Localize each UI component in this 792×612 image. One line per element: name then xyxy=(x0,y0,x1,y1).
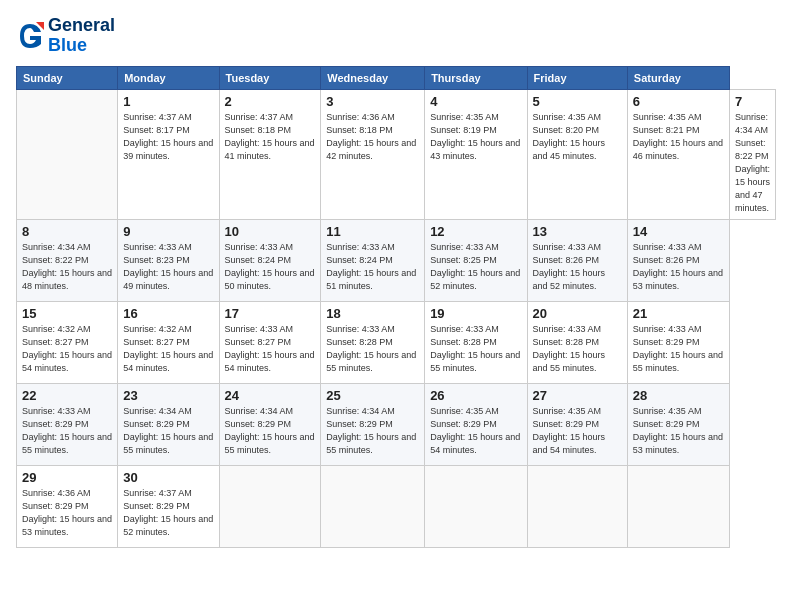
day-number: 20 xyxy=(533,306,622,321)
day-info: Sunrise: 4:33 AM Sunset: 8:23 PM Dayligh… xyxy=(123,241,213,293)
day-cell-20: 20 Sunrise: 4:33 AM Sunset: 8:28 PM Dayl… xyxy=(527,301,627,383)
day-info: Sunrise: 4:34 AM Sunset: 8:29 PM Dayligh… xyxy=(225,405,316,457)
day-number: 10 xyxy=(225,224,316,239)
day-cell-28: 28 Sunrise: 4:35 AM Sunset: 8:29 PM Dayl… xyxy=(627,383,729,465)
day-cell-21: 21 Sunrise: 4:33 AM Sunset: 8:29 PM Dayl… xyxy=(627,301,729,383)
day-info: Sunrise: 4:35 AM Sunset: 8:21 PM Dayligh… xyxy=(633,111,724,163)
day-cell-29: 29 Sunrise: 4:36 AM Sunset: 8:29 PM Dayl… xyxy=(17,465,118,547)
day-number: 7 xyxy=(735,94,770,109)
col-header-sunday: Sunday xyxy=(17,66,118,89)
day-info: Sunrise: 4:35 AM Sunset: 8:20 PM Dayligh… xyxy=(533,111,622,163)
week-row-5: 29 Sunrise: 4:36 AM Sunset: 8:29 PM Dayl… xyxy=(17,465,776,547)
calendar-header-row: SundayMondayTuesdayWednesdayThursdayFrid… xyxy=(17,66,776,89)
empty-cell xyxy=(321,465,425,547)
day-number: 27 xyxy=(533,388,622,403)
day-cell-27: 27 Sunrise: 4:35 AM Sunset: 8:29 PM Dayl… xyxy=(527,383,627,465)
day-info: Sunrise: 4:34 AM Sunset: 8:22 PM Dayligh… xyxy=(22,241,112,293)
day-number: 28 xyxy=(633,388,724,403)
day-cell-12: 12 Sunrise: 4:33 AM Sunset: 8:25 PM Dayl… xyxy=(425,219,527,301)
day-cell-19: 19 Sunrise: 4:33 AM Sunset: 8:28 PM Dayl… xyxy=(425,301,527,383)
day-number: 1 xyxy=(123,94,213,109)
day-info: Sunrise: 4:33 AM Sunset: 8:29 PM Dayligh… xyxy=(633,323,724,375)
day-number: 8 xyxy=(22,224,112,239)
day-cell-14: 14 Sunrise: 4:33 AM Sunset: 8:26 PM Dayl… xyxy=(627,219,729,301)
day-cell-23: 23 Sunrise: 4:34 AM Sunset: 8:29 PM Dayl… xyxy=(118,383,219,465)
day-info: Sunrise: 4:33 AM Sunset: 8:28 PM Dayligh… xyxy=(326,323,419,375)
day-cell-24: 24 Sunrise: 4:34 AM Sunset: 8:29 PM Dayl… xyxy=(219,383,321,465)
day-cell-22: 22 Sunrise: 4:33 AM Sunset: 8:29 PM Dayl… xyxy=(17,383,118,465)
day-number: 16 xyxy=(123,306,213,321)
day-cell-3: 3 Sunrise: 4:36 AM Sunset: 8:18 PM Dayli… xyxy=(321,89,425,219)
day-info: Sunrise: 4:35 AM Sunset: 8:29 PM Dayligh… xyxy=(633,405,724,457)
day-cell-5: 5 Sunrise: 4:35 AM Sunset: 8:20 PM Dayli… xyxy=(527,89,627,219)
day-cell-9: 9 Sunrise: 4:33 AM Sunset: 8:23 PM Dayli… xyxy=(118,219,219,301)
col-header-wednesday: Wednesday xyxy=(321,66,425,89)
day-number: 30 xyxy=(123,470,213,485)
day-info: Sunrise: 4:33 AM Sunset: 8:26 PM Dayligh… xyxy=(533,241,622,293)
day-number: 14 xyxy=(633,224,724,239)
day-cell-8: 8 Sunrise: 4:34 AM Sunset: 8:22 PM Dayli… xyxy=(17,219,118,301)
col-header-monday: Monday xyxy=(118,66,219,89)
day-number: 3 xyxy=(326,94,419,109)
day-number: 11 xyxy=(326,224,419,239)
empty-cell xyxy=(425,465,527,547)
day-number: 25 xyxy=(326,388,419,403)
day-number: 9 xyxy=(123,224,213,239)
day-info: Sunrise: 4:33 AM Sunset: 8:24 PM Dayligh… xyxy=(326,241,419,293)
day-info: Sunrise: 4:35 AM Sunset: 8:29 PM Dayligh… xyxy=(430,405,521,457)
day-cell-6: 6 Sunrise: 4:35 AM Sunset: 8:21 PM Dayli… xyxy=(627,89,729,219)
day-number: 4 xyxy=(430,94,521,109)
day-info: Sunrise: 4:33 AM Sunset: 8:26 PM Dayligh… xyxy=(633,241,724,293)
day-cell-10: 10 Sunrise: 4:33 AM Sunset: 8:24 PM Dayl… xyxy=(219,219,321,301)
page-header: General Blue xyxy=(16,16,776,56)
day-info: Sunrise: 4:34 AM Sunset: 8:22 PM Dayligh… xyxy=(735,111,770,215)
day-number: 17 xyxy=(225,306,316,321)
day-cell-1: 1 Sunrise: 4:37 AM Sunset: 8:17 PM Dayli… xyxy=(118,89,219,219)
calendar-page: General Blue SundayMondayTuesdayWednesda… xyxy=(0,0,792,612)
day-cell-30: 30 Sunrise: 4:37 AM Sunset: 8:29 PM Dayl… xyxy=(118,465,219,547)
day-number: 22 xyxy=(22,388,112,403)
day-number: 24 xyxy=(225,388,316,403)
logo: General Blue xyxy=(16,16,115,56)
day-info: Sunrise: 4:33 AM Sunset: 8:29 PM Dayligh… xyxy=(22,405,112,457)
day-cell-17: 17 Sunrise: 4:33 AM Sunset: 8:27 PM Dayl… xyxy=(219,301,321,383)
day-cell-4: 4 Sunrise: 4:35 AM Sunset: 8:19 PM Dayli… xyxy=(425,89,527,219)
day-info: Sunrise: 4:34 AM Sunset: 8:29 PM Dayligh… xyxy=(326,405,419,457)
day-info: Sunrise: 4:37 AM Sunset: 8:18 PM Dayligh… xyxy=(225,111,316,163)
col-header-friday: Friday xyxy=(527,66,627,89)
day-info: Sunrise: 4:37 AM Sunset: 8:17 PM Dayligh… xyxy=(123,111,213,163)
empty-cell xyxy=(17,89,118,219)
day-number: 29 xyxy=(22,470,112,485)
empty-cell xyxy=(627,465,729,547)
day-cell-11: 11 Sunrise: 4:33 AM Sunset: 8:24 PM Dayl… xyxy=(321,219,425,301)
day-number: 5 xyxy=(533,94,622,109)
day-number: 15 xyxy=(22,306,112,321)
day-info: Sunrise: 4:33 AM Sunset: 8:25 PM Dayligh… xyxy=(430,241,521,293)
col-header-tuesday: Tuesday xyxy=(219,66,321,89)
empty-cell xyxy=(219,465,321,547)
day-number: 18 xyxy=(326,306,419,321)
col-header-thursday: Thursday xyxy=(425,66,527,89)
col-header-saturday: Saturday xyxy=(627,66,729,89)
logo-text: General Blue xyxy=(48,16,115,56)
day-number: 12 xyxy=(430,224,521,239)
week-row-3: 15 Sunrise: 4:32 AM Sunset: 8:27 PM Dayl… xyxy=(17,301,776,383)
day-info: Sunrise: 4:35 AM Sunset: 8:29 PM Dayligh… xyxy=(533,405,622,457)
day-info: Sunrise: 4:36 AM Sunset: 8:29 PM Dayligh… xyxy=(22,487,112,539)
calendar-table: SundayMondayTuesdayWednesdayThursdayFrid… xyxy=(16,66,776,548)
day-info: Sunrise: 4:32 AM Sunset: 8:27 PM Dayligh… xyxy=(123,323,213,375)
day-info: Sunrise: 4:32 AM Sunset: 8:27 PM Dayligh… xyxy=(22,323,112,375)
week-row-2: 8 Sunrise: 4:34 AM Sunset: 8:22 PM Dayli… xyxy=(17,219,776,301)
week-row-1: 1 Sunrise: 4:37 AM Sunset: 8:17 PM Dayli… xyxy=(17,89,776,219)
day-info: Sunrise: 4:37 AM Sunset: 8:29 PM Dayligh… xyxy=(123,487,213,539)
day-info: Sunrise: 4:33 AM Sunset: 8:27 PM Dayligh… xyxy=(225,323,316,375)
day-info: Sunrise: 4:34 AM Sunset: 8:29 PM Dayligh… xyxy=(123,405,213,457)
day-number: 26 xyxy=(430,388,521,403)
empty-cell xyxy=(527,465,627,547)
day-cell-7: 7 Sunrise: 4:34 AM Sunset: 8:22 PM Dayli… xyxy=(729,89,775,219)
day-cell-13: 13 Sunrise: 4:33 AM Sunset: 8:26 PM Dayl… xyxy=(527,219,627,301)
day-info: Sunrise: 4:35 AM Sunset: 8:19 PM Dayligh… xyxy=(430,111,521,163)
day-number: 2 xyxy=(225,94,316,109)
day-cell-25: 25 Sunrise: 4:34 AM Sunset: 8:29 PM Dayl… xyxy=(321,383,425,465)
day-cell-18: 18 Sunrise: 4:33 AM Sunset: 8:28 PM Dayl… xyxy=(321,301,425,383)
